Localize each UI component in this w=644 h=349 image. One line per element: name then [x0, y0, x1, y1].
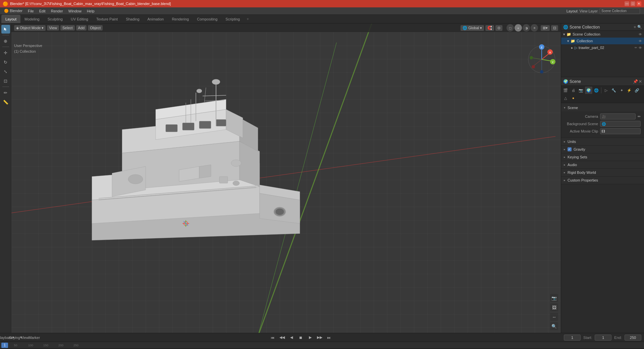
timeline-playback-btn[interactable]: Playback ▾	[3, 335, 9, 341]
scene-section-header[interactable]: ▾ Scene	[561, 104, 644, 111]
props-output-icon[interactable]: 🖨	[570, 87, 577, 94]
movie-clip-value[interactable]: 🎞	[600, 128, 641, 134]
viewport-snap-button[interactable]: 🧲	[485, 25, 494, 31]
play-btn[interactable]: ▶	[307, 335, 314, 341]
minimize-button[interactable]: —	[625, 1, 629, 6]
timeline-marker-btn[interactable]: Marker	[31, 335, 38, 341]
menu-render[interactable]: Render	[48, 8, 66, 14]
props-close-btn[interactable]: ✕	[639, 79, 642, 84]
render-preview-btn[interactable]: 🖼	[550, 303, 558, 311]
props-particles-icon[interactable]: ✦	[618, 87, 625, 94]
current-frame-input[interactable]: 1	[564, 335, 581, 341]
props-constraints-icon[interactable]: 🔗	[633, 87, 641, 94]
rotate-tool[interactable]: ↻	[1, 58, 10, 66]
viewport-add-button[interactable]: Add	[76, 25, 87, 31]
viewport-mode-button[interactable]: ◈ Object Mode ▾	[14, 25, 46, 31]
tab-layout[interactable]: Layout	[1, 15, 20, 23]
props-physics-icon[interactable]: ⚡	[626, 87, 633, 94]
tab-modeling[interactable]: Modeling	[20, 15, 44, 23]
camera-value[interactable]: 🎥	[600, 113, 636, 119]
props-object-icon[interactable]: ▷	[602, 87, 610, 94]
close-button[interactable]: ✕	[637, 1, 641, 6]
add-workspace-button[interactable]: +	[244, 15, 252, 23]
tab-uv-editing[interactable]: UV Editing	[67, 15, 92, 23]
nav-gizmo[interactable]: X Y Z	[527, 44, 557, 74]
viewport-proportional-button[interactable]: ⊙	[495, 25, 502, 31]
transform-tool[interactable]: ⊡	[1, 77, 10, 85]
tab-compositing[interactable]: Compositing	[193, 15, 221, 23]
start-frame-input[interactable]: 1	[595, 335, 611, 341]
tab-scripting[interactable]: Scripting	[221, 15, 244, 23]
cursor-tool[interactable]: ⊕	[1, 37, 10, 45]
viewport-object-button[interactable]: Object	[88, 25, 103, 31]
keying-sets-section-header[interactable]: ▸ Keying Sets	[561, 153, 644, 161]
props-data-icon[interactable]: △	[562, 94, 569, 102]
wireframe-shading-btn[interactable]: ◻	[506, 24, 514, 32]
props-world-icon[interactable]: 🌐	[593, 87, 600, 94]
timeline-view-btn[interactable]: View	[21, 335, 28, 341]
menu-help[interactable]: Help	[84, 8, 97, 14]
collection-eye-icon[interactable]: 👁	[639, 39, 642, 43]
tab-animation[interactable]: Animation	[144, 15, 168, 23]
select-tool[interactable]	[1, 25, 10, 34]
step-forward-btn[interactable]: ▶▶	[316, 335, 323, 341]
viewport-global-button[interactable]: 🌐 Global ▾	[461, 25, 484, 31]
viewport-view-button[interactable]: View	[47, 25, 59, 31]
outliner-item-scene-collection[interactable]: ▾ 📁 Scene Collection 👁	[561, 31, 644, 38]
jump-start-btn[interactable]: ⏮	[269, 335, 276, 341]
frame-ruler[interactable]: 1 50 100 150 200 250	[0, 342, 644, 348]
menu-window[interactable]: Window	[66, 8, 84, 14]
timeline-keying-btn[interactable]: Keying ▾	[12, 335, 19, 341]
maximize-button[interactable]: □	[631, 1, 635, 6]
tab-texture-paint[interactable]: Texture Paint	[92, 15, 122, 23]
camera-edit-icon[interactable]: ✏	[638, 114, 641, 119]
transform-gizmo-btn[interactable]: ↔	[550, 313, 558, 321]
tab-shading[interactable]: Shading	[122, 15, 143, 23]
move-tool[interactable]: ✛	[1, 48, 10, 57]
custom-properties-section-header[interactable]: ▸ Custom Properties	[561, 177, 644, 184]
jump-back-btn[interactable]: ◀◀	[279, 335, 285, 341]
solid-shading-btn[interactable]: ●	[515, 24, 522, 32]
props-view-layer-icon[interactable]: 📷	[577, 87, 585, 94]
outliner-item-collection[interactable]: ▾ 📁 Collection 👁	[561, 38, 644, 44]
units-section-header[interactable]: ▸ Units	[561, 138, 644, 145]
search-btn[interactable]: 🔍	[550, 322, 558, 330]
stop-btn[interactable]: ⏹	[298, 335, 304, 341]
end-frame-input[interactable]: 250	[625, 335, 641, 341]
xray-button[interactable]: ⊡	[551, 25, 558, 31]
scene-collection-eye-icon[interactable]: 👁	[639, 33, 642, 36]
viewport-select-button[interactable]: Select	[60, 25, 75, 31]
jump-end-btn[interactable]: ⏭	[326, 335, 332, 341]
props-material-icon[interactable]: ●	[570, 94, 577, 102]
view-layer-dropdown[interactable]: Scene Collection	[600, 8, 640, 14]
props-render-icon[interactable]: 🎬	[562, 87, 569, 94]
title-bar-controls[interactable]: — □ ✕	[625, 1, 641, 6]
camera-btn[interactable]: 📷	[550, 294, 558, 302]
tab-rendering[interactable]: Rendering	[168, 15, 193, 23]
menu-blender[interactable]: 🟠 Blender	[1, 8, 25, 14]
menu-file[interactable]: File	[25, 8, 37, 14]
props-scene-icon[interactable]: 🌍	[585, 87, 592, 94]
rendered-shading-btn[interactable]: ☀	[531, 24, 538, 32]
outliner-filter-btn[interactable]: ≡	[634, 25, 636, 29]
scale-tool[interactable]: ⤡	[1, 67, 10, 76]
step-back-btn[interactable]: ◀	[288, 335, 295, 341]
trawler-eye-icon[interactable]: 👁	[639, 46, 642, 50]
audio-section-header[interactable]: ▸ Audio	[561, 161, 644, 168]
rigid-body-world-section-header[interactable]: ▸ Rigid Body World	[561, 169, 644, 176]
menu-edit[interactable]: Edit	[37, 8, 48, 14]
measure-tool[interactable]: 📏	[1, 98, 10, 106]
gravity-section-header[interactable]: ▸ ✓ Gravity	[561, 146, 644, 153]
outliner-search-btn[interactable]: 🔍	[637, 25, 642, 29]
tab-sculpting[interactable]: Sculpting	[44, 15, 67, 23]
material-shading-btn[interactable]: ◑	[523, 24, 530, 32]
gravity-checkbox[interactable]: ✓	[568, 147, 572, 151]
outliner-item-trawler[interactable]: ▸ ▷ trawler_part_02 ✏ 👁	[561, 44, 644, 51]
props-modifier-icon[interactable]: 🔧	[610, 87, 618, 94]
props-pin-btn[interactable]: 📌	[633, 79, 638, 84]
trawler-edit-icon[interactable]: ✏	[635, 46, 637, 49]
annotate-tool[interactable]: ✏	[1, 88, 10, 97]
bg-scene-value[interactable]: 🌐	[600, 121, 641, 127]
overlays-button[interactable]: ⊞▾	[541, 25, 550, 31]
viewport[interactable]: ◈ Object Mode ▾ View Select Add Object 🌐…	[11, 23, 561, 333]
